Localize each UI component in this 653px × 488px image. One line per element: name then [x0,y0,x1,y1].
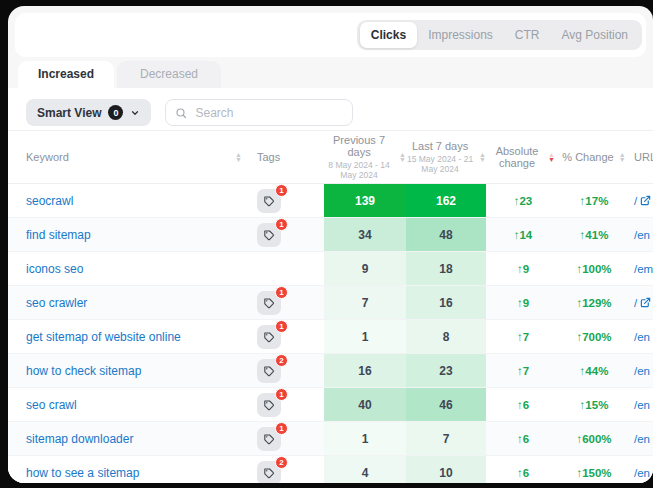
url-link[interactable]: /en [628,320,653,353]
sort-previous[interactable]: ▲▼ [399,152,406,163]
table-row: iconos seo 9 18 ↑9 ↑100% /em [8,252,653,286]
tag-cell: 1 [254,286,324,319]
sort-last[interactable]: ▲▼ [479,152,486,163]
tag-icon[interactable]: 2 [257,461,281,484]
absolute-change-cell: ↑9 [486,252,560,285]
keywords-table: Keyword ▲▼ Tags Previous 7 days 8 May 20… [8,130,653,483]
previous-value-cell: 40 [324,388,406,421]
keyword-link[interactable]: seocrawl [8,184,254,217]
percent-change-cell: ↑150% [560,456,628,483]
table-row: get sitemap of website online 1 1 8 ↑7 ↑… [8,320,653,354]
trend-tabs: Increased Decreased [18,61,221,88]
keyword-link[interactable]: iconos seo [8,252,254,285]
chevron-down-icon [130,108,140,118]
table-row: how to check sitemap 2 16 23 ↑7 ↑44% /en [8,354,653,388]
url-link[interactable]: /en [628,388,653,421]
content-panel: Smart View 0 Keyword ▲▼ [8,88,653,483]
last-value-cell: 162 [406,184,486,217]
keyword-link[interactable]: seo crawler [8,286,254,319]
table-row: seo crawler 1 7 16 ↑9 ↑129% / [8,286,653,320]
url-link[interactable]: /em [628,252,653,285]
url-link[interactable]: /en [628,422,653,455]
sort-percent-change[interactable]: ▲▼ [619,152,626,163]
previous-value-cell: 1 [324,422,406,455]
external-link-icon [640,297,651,308]
metric-tab-clicks[interactable]: Clicks [360,22,417,48]
tag-count-badge: 1 [275,286,288,299]
previous-value-cell: 9 [324,252,406,285]
tag-cell: 1 [254,320,324,353]
metric-tab-ctr[interactable]: CTR [504,22,551,48]
absolute-change-cell: ↑9 [486,286,560,319]
tag-cell: 1 [254,388,324,421]
search-box [165,99,353,126]
col-percent-label: % Change [562,151,613,163]
keyword-link[interactable]: find sitemap [8,218,254,251]
last-value-cell: 18 [406,252,486,285]
tag-count-badge: 1 [275,388,288,401]
external-link-icon [640,195,651,206]
col-previous-label: Previous 7 days [324,134,394,158]
col-tags-label: Tags [257,151,280,163]
url-link[interactable]: / [628,286,653,319]
keyword-link[interactable]: sitemap downloader [8,422,254,455]
last-value-cell: 48 [406,218,486,251]
search-icon [175,107,187,119]
tag-icon[interactable]: 2 [257,359,281,383]
metric-tab-impressions[interactable]: Impressions [417,22,504,48]
col-last-label: Last 7 days [412,140,468,152]
last-value-cell: 7 [406,422,486,455]
tab-decreased[interactable]: Decreased [117,61,221,88]
keyword-link[interactable]: get sitemap of website online [8,320,254,353]
url-link[interactable]: /en [628,354,653,387]
table-row: seo crawl 1 40 46 ↑6 ↑15% /en [8,388,653,422]
tag-count-badge: 1 [275,422,288,435]
search-input[interactable] [193,105,343,121]
url-link[interactable]: /en [628,456,653,483]
metric-tab-avg-position[interactable]: Avg Position [551,22,640,48]
percent-change-cell: ↑700% [560,320,628,353]
percent-change-cell: ↑15% [560,388,628,421]
sort-keyword[interactable]: ▲▼ [235,152,242,163]
table-header: Keyword ▲▼ Tags Previous 7 days 8 May 20… [8,130,653,184]
absolute-change-cell: ↑7 [486,354,560,387]
absolute-change-cell: ↑6 [486,422,560,455]
url-link[interactable]: / [628,184,653,217]
table-row: sitemap downloader 1 1 7 ↑6 ↑600% /en [8,422,653,456]
tag-icon[interactable]: 1 [257,189,281,213]
keyword-link[interactable]: how to see a sitemap [8,456,254,483]
percent-change-cell: ↑100% [560,252,628,285]
previous-value-cell: 4 [324,456,406,483]
sort-absolute-change[interactable]: ▲▼ [548,152,555,163]
table-row: find sitemap 1 34 48 ↑14 ↑41% /en [8,218,653,252]
table-body: seocrawl 1 139 162 ↑23 ↑17% / f [8,184,653,483]
tag-cell: 1 [254,184,324,217]
smart-view-dropdown[interactable]: Smart View 0 [26,99,151,126]
col-url-label: URL [634,151,653,163]
absolute-change-cell: ↑6 [486,456,560,483]
keyword-link[interactable]: how to check sitemap [8,354,254,387]
url-link[interactable]: /en [628,218,653,251]
metric-segmented-control: Clicks Impressions CTR Avg Position [357,20,642,50]
last-value-cell: 10 [406,456,486,483]
tag-count-badge: 2 [275,456,288,469]
app-card: Clicks Impressions CTR Avg Position Incr… [8,6,653,483]
tag-icon[interactable]: 1 [257,393,281,417]
tag-icon[interactable]: 1 [257,223,281,247]
percent-change-cell: ↑17% [560,184,628,217]
keyword-link[interactable]: seo crawl [8,388,254,421]
tag-icon[interactable]: 1 [257,325,281,349]
col-previous-range: 8 May 2024 - 14 May 2024 [324,160,394,180]
tag-cell: 1 [254,218,324,251]
tag-cell: 1 [254,422,324,455]
previous-value-cell: 7 [324,286,406,319]
tag-count-badge: 1 [275,320,288,333]
tag-icon[interactable]: 1 [257,291,281,315]
previous-value-cell: 1 [324,320,406,353]
previous-value-cell: 34 [324,218,406,251]
tab-increased[interactable]: Increased [18,61,114,88]
last-value-cell: 8 [406,320,486,353]
tag-icon[interactable]: 1 [257,427,281,451]
percent-change-cell: ↑44% [560,354,628,387]
absolute-change-cell: ↑7 [486,320,560,353]
